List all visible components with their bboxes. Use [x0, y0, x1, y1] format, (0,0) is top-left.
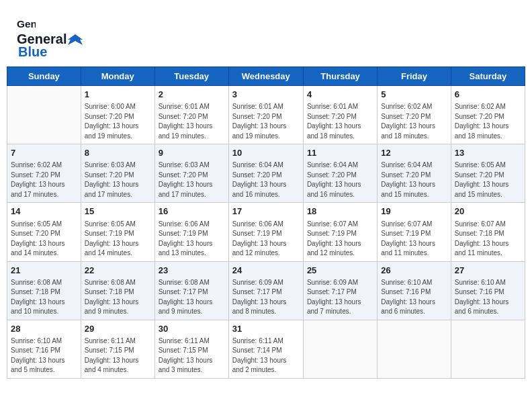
day-number: 20	[455, 205, 521, 218]
day-info: Sunrise: 6:08 AM Sunset: 7:17 PM Dayligh…	[159, 278, 225, 317]
calendar-cell: 19Sunrise: 6:07 AM Sunset: 7:19 PM Dayli…	[378, 203, 451, 261]
calendar-week-row: 14Sunrise: 6:05 AM Sunset: 7:20 PM Dayli…	[7, 203, 525, 261]
calendar-cell: 30Sunrise: 6:11 AM Sunset: 7:15 PM Dayli…	[154, 320, 228, 378]
day-number: 7	[11, 147, 77, 159]
day-info: Sunrise: 6:10 AM Sunset: 7:16 PM Dayligh…	[381, 278, 447, 317]
day-number: 9	[159, 147, 225, 159]
calendar-cell: 10Sunrise: 6:04 AM Sunset: 7:20 PM Dayli…	[228, 144, 303, 203]
logo-blue-text: Blue	[17, 44, 47, 60]
day-number: 17	[232, 205, 300, 218]
calendar-week-row: 7Sunrise: 6:02 AM Sunset: 7:20 PM Daylig…	[7, 144, 525, 203]
day-number: 10	[232, 147, 300, 159]
day-info: Sunrise: 6:11 AM Sunset: 7:14 PM Dayligh…	[232, 336, 300, 375]
day-number: 30	[159, 323, 225, 335]
calendar-cell: 29Sunrise: 6:11 AM Sunset: 7:15 PM Dayli…	[81, 320, 154, 378]
calendar-cell: 18Sunrise: 6:07 AM Sunset: 7:19 PM Dayli…	[303, 203, 377, 261]
day-number: 6	[455, 89, 521, 101]
calendar-cell: 12Sunrise: 6:04 AM Sunset: 7:20 PM Dayli…	[378, 144, 451, 203]
day-number: 5	[381, 89, 447, 101]
day-info: Sunrise: 6:06 AM Sunset: 7:19 PM Dayligh…	[232, 220, 300, 259]
calendar-cell: 25Sunrise: 6:09 AM Sunset: 7:17 PM Dayli…	[303, 261, 377, 320]
calendar-week-row: 1Sunrise: 6:00 AM Sunset: 7:20 PM Daylig…	[7, 86, 525, 144]
day-number: 27	[455, 265, 521, 277]
calendar-cell: 23Sunrise: 6:08 AM Sunset: 7:17 PM Dayli…	[154, 261, 228, 320]
day-number: 3	[232, 89, 300, 101]
calendar-cell: 14Sunrise: 6:05 AM Sunset: 7:20 PM Dayli…	[7, 203, 81, 261]
day-number: 14	[11, 205, 77, 218]
weekday-header-thursday: Thursday	[303, 67, 377, 86]
calendar-cell: 31Sunrise: 6:11 AM Sunset: 7:14 PM Dayli…	[228, 320, 303, 378]
calendar-cell: 2Sunrise: 6:01 AM Sunset: 7:20 PM Daylig…	[154, 86, 228, 144]
day-number: 16	[159, 205, 225, 218]
day-info: Sunrise: 6:10 AM Sunset: 7:16 PM Dayligh…	[455, 278, 521, 317]
calendar-cell	[378, 320, 451, 378]
calendar-cell: 6Sunrise: 6:02 AM Sunset: 7:20 PM Daylig…	[451, 86, 525, 144]
day-info: Sunrise: 6:02 AM Sunset: 7:20 PM Dayligh…	[455, 102, 521, 141]
day-info: Sunrise: 6:04 AM Sunset: 7:20 PM Dayligh…	[381, 161, 447, 199]
calendar-cell: 16Sunrise: 6:06 AM Sunset: 7:19 PM Dayli…	[154, 203, 228, 261]
day-number: 8	[85, 147, 151, 159]
day-info: Sunrise: 6:06 AM Sunset: 7:19 PM Dayligh…	[159, 220, 225, 259]
day-number: 1	[85, 89, 151, 101]
day-info: Sunrise: 6:05 AM Sunset: 7:20 PM Dayligh…	[455, 161, 521, 199]
day-info: Sunrise: 6:09 AM Sunset: 7:17 PM Dayligh…	[307, 278, 373, 317]
calendar-cell: 24Sunrise: 6:09 AM Sunset: 7:17 PM Dayli…	[228, 261, 303, 320]
day-info: Sunrise: 6:07 AM Sunset: 7:18 PM Dayligh…	[455, 220, 521, 259]
day-number: 4	[307, 89, 373, 101]
day-number: 22	[85, 265, 151, 277]
day-number: 23	[159, 265, 225, 277]
calendar-cell	[451, 320, 525, 378]
calendar-cell: 17Sunrise: 6:06 AM Sunset: 7:19 PM Dayli…	[228, 203, 303, 261]
day-info: Sunrise: 6:01 AM Sunset: 7:20 PM Dayligh…	[159, 102, 225, 141]
weekday-header-row: SundayMondayTuesdayWednesdayThursdayFrid…	[7, 67, 525, 86]
weekday-header-wednesday: Wednesday	[228, 67, 303, 86]
day-info: Sunrise: 6:08 AM Sunset: 7:18 PM Dayligh…	[85, 278, 151, 317]
day-info: Sunrise: 6:05 AM Sunset: 7:19 PM Dayligh…	[85, 220, 151, 259]
calendar-cell: 4Sunrise: 6:01 AM Sunset: 7:20 PM Daylig…	[303, 86, 377, 144]
day-number: 13	[455, 147, 521, 159]
day-info: Sunrise: 6:02 AM Sunset: 7:20 PM Dayligh…	[11, 161, 77, 199]
calendar-cell: 1Sunrise: 6:00 AM Sunset: 7:20 PM Daylig…	[81, 86, 154, 144]
day-number: 26	[381, 265, 447, 277]
calendar-cell: 20Sunrise: 6:07 AM Sunset: 7:18 PM Dayli…	[451, 203, 525, 261]
calendar-cell: 9Sunrise: 6:03 AM Sunset: 7:20 PM Daylig…	[154, 144, 228, 203]
calendar-cell: 5Sunrise: 6:02 AM Sunset: 7:20 PM Daylig…	[378, 86, 451, 144]
day-number: 29	[85, 323, 151, 335]
day-info: Sunrise: 6:01 AM Sunset: 7:20 PM Dayligh…	[307, 102, 373, 141]
day-number: 11	[307, 147, 373, 159]
day-info: Sunrise: 6:11 AM Sunset: 7:15 PM Dayligh…	[159, 336, 225, 375]
calendar-cell	[7, 86, 81, 144]
calendar-week-row: 28Sunrise: 6:10 AM Sunset: 7:16 PM Dayli…	[7, 320, 525, 378]
day-number: 15	[85, 205, 151, 218]
calendar-week-row: 21Sunrise: 6:08 AM Sunset: 7:18 PM Dayli…	[7, 261, 525, 320]
calendar-cell: 11Sunrise: 6:04 AM Sunset: 7:20 PM Dayli…	[303, 144, 377, 203]
day-number: 12	[381, 147, 447, 159]
day-number: 18	[307, 205, 373, 218]
day-info: Sunrise: 6:03 AM Sunset: 7:20 PM Dayligh…	[159, 161, 225, 199]
calendar-cell: 15Sunrise: 6:05 AM Sunset: 7:19 PM Dayli…	[81, 203, 154, 261]
weekday-header-friday: Friday	[378, 67, 451, 86]
day-info: Sunrise: 6:01 AM Sunset: 7:20 PM Dayligh…	[232, 102, 300, 141]
svg-text:General: General	[17, 18, 36, 30]
day-number: 25	[307, 265, 373, 277]
day-info: Sunrise: 6:02 AM Sunset: 7:20 PM Dayligh…	[381, 102, 447, 141]
calendar-table: SundayMondayTuesdayWednesdayThursdayFrid…	[7, 66, 525, 379]
logo-bird-icon: General	[17, 17, 36, 32]
day-info: Sunrise: 6:10 AM Sunset: 7:16 PM Dayligh…	[11, 336, 77, 375]
day-info: Sunrise: 6:11 AM Sunset: 7:15 PM Dayligh…	[85, 336, 151, 375]
calendar-cell: 21Sunrise: 6:08 AM Sunset: 7:18 PM Dayli…	[7, 261, 81, 320]
day-info: Sunrise: 6:05 AM Sunset: 7:20 PM Dayligh…	[11, 220, 77, 259]
calendar-cell: 3Sunrise: 6:01 AM Sunset: 7:20 PM Daylig…	[228, 86, 303, 144]
calendar-cell: 8Sunrise: 6:03 AM Sunset: 7:20 PM Daylig…	[81, 144, 154, 203]
weekday-header-monday: Monday	[81, 67, 154, 86]
day-number: 19	[381, 205, 447, 218]
day-info: Sunrise: 6:09 AM Sunset: 7:17 PM Dayligh…	[232, 278, 300, 317]
day-number: 21	[11, 265, 77, 277]
day-number: 31	[232, 323, 300, 335]
svg-marker-1	[68, 34, 83, 45]
day-info: Sunrise: 6:07 AM Sunset: 7:19 PM Dayligh…	[381, 220, 447, 259]
logo-bird-svg	[68, 33, 83, 46]
day-info: Sunrise: 6:04 AM Sunset: 7:20 PM Dayligh…	[232, 161, 300, 199]
weekday-header-sunday: Sunday	[7, 67, 81, 86]
calendar-cell: 13Sunrise: 6:05 AM Sunset: 7:20 PM Dayli…	[451, 144, 525, 203]
